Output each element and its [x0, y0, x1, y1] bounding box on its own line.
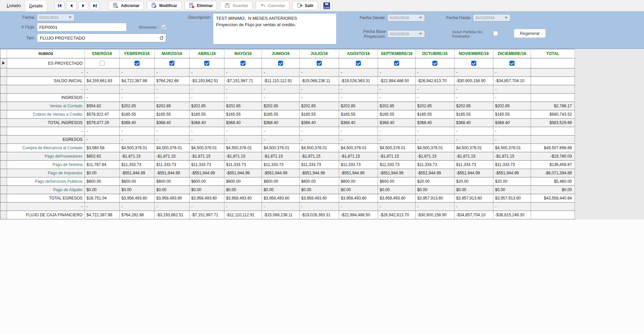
grid-cell[interactable]: -	[224, 85, 262, 94]
row-selector[interactable]	[0, 144, 7, 152]
column-header-junio-16[interactable]: JUNIO/16	[262, 49, 300, 58]
fecha-base-proyeccion-dropdown[interactable]: 31/12/2015	[387, 30, 425, 38]
grid-cell[interactable]: -$19,026,363.31	[300, 211, 339, 219]
grid-cell[interactable]: -	[224, 203, 262, 211]
es-proyectado-checkbox[interactable]	[240, 61, 246, 66]
grid-cell[interactable]: -$1,871.15	[190, 152, 224, 161]
grid-cell[interactable]: -$22,984,488.50	[378, 77, 416, 85]
grid-cell[interactable]: $368.40	[190, 119, 224, 127]
grid-cell[interactable]: $3,958,493.60	[300, 194, 339, 203]
grid-cell[interactable]: -	[339, 85, 378, 94]
grid-cell[interactable]: -	[85, 85, 120, 94]
grid-cell[interactable]: $0.00	[85, 169, 120, 177]
grid-cell[interactable]: -$551,944.99	[493, 169, 531, 177]
grid-cell[interactable]: $368.40	[378, 119, 416, 127]
grid-cell[interactable]: -	[416, 203, 454, 211]
grid-cell[interactable]: $202.85	[190, 102, 224, 110]
total-cell[interactable]	[531, 135, 575, 144]
grid-cell[interactable]: $202.85	[493, 102, 531, 110]
total-cell[interactable]: $43,558,440.64	[531, 194, 575, 203]
salir-button[interactable]: Salir	[292, 1, 318, 10]
row-label[interactable]: TOTAL EGRESOS	[7, 194, 85, 203]
grid-cell[interactable]: -	[493, 203, 531, 211]
grid-cell[interactable]: -	[378, 68, 416, 77]
grid-cell[interactable]: $368.40	[493, 119, 531, 127]
grid-cell[interactable]: -	[155, 135, 190, 144]
grid-cell[interactable]: -$1,871.15	[493, 152, 531, 161]
grid-cell[interactable]: -	[120, 203, 155, 211]
fecha-hasta-dropdown[interactable]: 31/12/2016	[473, 14, 511, 21]
grid-cell[interactable]: $202.85	[224, 102, 262, 110]
grid-cell[interactable]: -$15,068,238.11	[300, 77, 339, 85]
grid-cell[interactable]: -$34,857,704.10	[454, 211, 493, 219]
es-proyectado-checkbox[interactable]	[100, 61, 105, 66]
row-selector[interactable]	[0, 94, 7, 102]
grid-cell[interactable]: $600.00	[85, 177, 120, 186]
nav-previous-button[interactable]	[66, 1, 76, 10]
grid-cell[interactable]: -	[224, 94, 262, 102]
grid-cell[interactable]: -$551,944.99	[120, 169, 155, 177]
column-header-agosto-16[interactable]: AGOSTO/16	[339, 49, 378, 58]
grid-cell[interactable]: -$551,944.99	[416, 169, 454, 177]
grid-cell[interactable]: $3,958,493.60	[339, 194, 378, 203]
grid-cell[interactable]: $165.55	[155, 110, 190, 119]
grid-cell[interactable]: $3,560.58	[85, 144, 120, 152]
grid-cell[interactable]: $4,500,376.01	[339, 144, 378, 152]
es-proyectado-checkbox[interactable]	[204, 61, 209, 66]
es-proyectado-checkbox[interactable]	[135, 61, 140, 66]
nav-next-button[interactable]	[78, 1, 88, 10]
grid-cell[interactable]: $3,958,493.60	[190, 194, 224, 203]
grid-cell[interactable]: $4,722,387.88	[85, 211, 120, 219]
grid-cell[interactable]: -	[493, 135, 531, 144]
row-selector[interactable]	[0, 68, 7, 77]
grid-cell[interactable]: $0.00	[120, 186, 155, 194]
grid-cell[interactable]: -	[85, 127, 120, 135]
grid-cell[interactable]: $202.85	[416, 102, 454, 110]
grid-cell[interactable]: -	[454, 68, 493, 77]
grid-cell[interactable]: $165.55	[300, 110, 339, 119]
grid-cell[interactable]: $600.00	[190, 177, 224, 186]
grid-cell[interactable]: -	[416, 135, 454, 144]
row-label[interactable]: -	[7, 85, 85, 94]
grid-cell[interactable]: $165.55	[224, 110, 262, 119]
grid-cell[interactable]: $3,957,913.60	[416, 194, 454, 203]
grid-cell[interactable]: -	[416, 94, 454, 102]
grid-cell[interactable]: -	[85, 68, 120, 77]
grid-cell[interactable]: $4,500,376.01	[416, 144, 454, 152]
row-label[interactable]: TOTAL INGRESOS	[7, 119, 85, 127]
grid-cell[interactable]: -	[339, 135, 378, 144]
grid-cell[interactable]: -	[190, 203, 224, 211]
grid-cell[interactable]: -	[155, 94, 190, 102]
grid-cell[interactable]: $600.00	[339, 177, 378, 186]
row-selector[interactable]	[0, 110, 7, 119]
grid-cell[interactable]: $202.85	[300, 102, 339, 110]
total-cell[interactable]	[531, 211, 575, 219]
es-proyectado-checkbox[interactable]	[278, 61, 283, 66]
grid-cell[interactable]: -	[120, 85, 155, 94]
total-cell[interactable]	[531, 77, 575, 85]
grid-cell[interactable]: -	[262, 127, 300, 135]
tab-listado[interactable]: Listado	[3, 0, 25, 11]
grid-cell[interactable]: -	[85, 94, 120, 102]
grid-cell[interactable]: -$1,871.15	[224, 152, 262, 161]
column-header-diciembre-16[interactable]: DICIEMBRE/16	[493, 49, 531, 58]
row-label[interactable]: ES PROYECTADO	[7, 58, 85, 68]
row-selector[interactable]	[0, 169, 7, 177]
grid-cell[interactable]: $0.00	[224, 186, 262, 194]
grid-cell[interactable]: -	[454, 85, 493, 94]
grid-cell[interactable]: $165.55	[454, 110, 493, 119]
grid-cell[interactable]: $802.62	[85, 152, 120, 161]
row-selector[interactable]	[0, 127, 7, 135]
grid-cell[interactable]: -	[155, 203, 190, 211]
total-cell[interactable]	[531, 85, 575, 94]
grid-cell[interactable]: $202.85	[120, 102, 155, 110]
grid-cell[interactable]: -$551,944.99	[454, 169, 493, 177]
grid-cell[interactable]: -$1,871.15	[262, 152, 300, 161]
grid-cell[interactable]: $20.00	[416, 177, 454, 186]
grid-cell[interactable]: $368.40	[155, 119, 190, 127]
es-proyectado-checkbox[interactable]	[432, 61, 437, 66]
row-label[interactable]: INGRESOS	[7, 94, 85, 102]
grid-cell[interactable]: -$1,871.15	[454, 152, 493, 161]
grid-cell[interactable]: $600.00	[120, 177, 155, 186]
row-selector[interactable]	[0, 161, 7, 169]
